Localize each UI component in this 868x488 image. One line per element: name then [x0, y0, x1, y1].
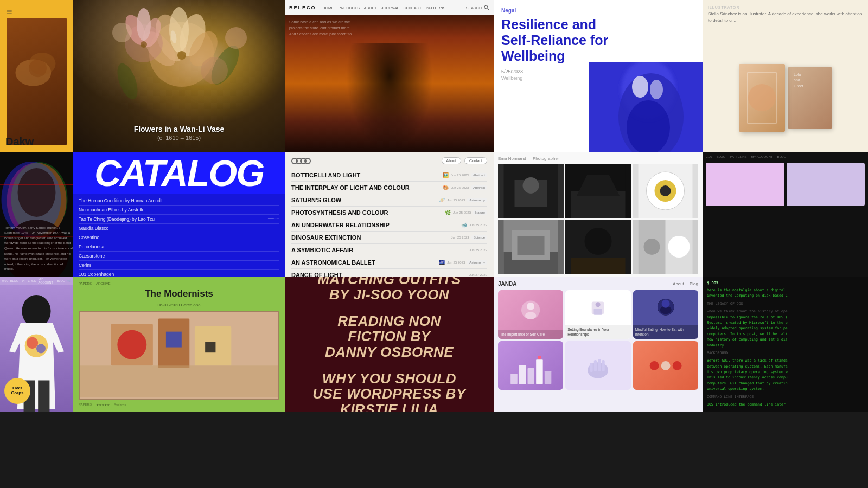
- svg-point-69: [117, 330, 146, 359]
- janda-header: JANDA About Blog: [498, 281, 698, 287]
- photo-cell: [565, 220, 631, 274]
- terminal-header: $ DOS: [707, 281, 864, 285]
- article-list-nav[interactable]: About Contact: [442, 157, 487, 164]
- photo-cell: [498, 220, 564, 274]
- janda-nav[interactable]: About Blog: [673, 281, 698, 286]
- svg-point-59: [22, 295, 50, 328]
- svg-rect-64: [38, 380, 49, 412]
- list-item[interactable]: AN UNDERWATER RELATIONSHIP 🐋 Jun 25 2023: [291, 219, 487, 232]
- partial-cell: 0.00BLOGPATTERNSMY ACCOUNTBLOG: [703, 152, 868, 277]
- svg-point-14: [113, 61, 142, 102]
- beleco-nav: HOMEPRODUCTSABOUTJOURNALCONTACTPATTERNS: [323, 6, 446, 10]
- list-item: Porcelanosa: [79, 242, 279, 252]
- beleco-body-text: Some have a cer, and as we are the proje…: [289, 19, 352, 37]
- svg-point-96: [672, 361, 681, 370]
- svg-point-94: [649, 361, 659, 370]
- beleco-navbar[interactable]: BELECO HOMEPRODUCTSABOUTJOURNALCONTACTPA…: [285, 0, 494, 15]
- illustrator-card-cell: ILLUSTRATOR Stella Sánchez is an illustr…: [703, 0, 868, 152]
- janda-blog[interactable]: Blog: [690, 281, 698, 286]
- svg-rect-92: [602, 360, 605, 371]
- svg-point-62: [36, 344, 46, 353]
- svg-rect-86: [537, 359, 544, 384]
- list-item: Cerim: [79, 261, 279, 270]
- svg-point-15: [225, 27, 247, 49]
- svg-rect-70: [166, 332, 182, 348]
- janda-about[interactable]: About: [673, 281, 684, 286]
- svg-point-95: [661, 361, 670, 370]
- overcorps-cell: 0.00BLOGPATTERNSMY ACCOUNTBLOG 🛒 OverCor…: [0, 277, 73, 412]
- card-mindful[interactable]: Mindful Eating: How to Eat with Intentio…: [633, 290, 698, 339]
- svg-rect-36: [0, 217, 73, 217]
- svg-rect-78: [594, 309, 602, 314]
- list-item: Caesarstone: [79, 252, 279, 261]
- glitch-caption: Tommy McCoy, Barry Santell-Burton, 6 Sep…: [4, 226, 73, 272]
- terminal-cell: $ DOS here is the nostalgia about a digi…: [703, 277, 868, 412]
- svg-point-58: [644, 239, 660, 255]
- list-item[interactable]: DANCE OF LIGHT Jun 27 2023: [291, 269, 487, 277]
- menu-icon[interactable]: ≡: [7, 7, 67, 18]
- beleco-logo: BELECO: [289, 5, 316, 10]
- svg-rect-72: [80, 365, 278, 397]
- museum-card-cell[interactable]: ≡ Dakw: [0, 0, 73, 152]
- illustrator-artwork: LolaandGreef: [703, 43, 868, 152]
- svg-point-77: [596, 302, 601, 307]
- card-title: The Importance of Self-Care: [498, 330, 563, 339]
- photo-cell: [498, 164, 564, 218]
- svg-rect-35: [0, 184, 73, 185]
- svg-rect-83: [511, 374, 518, 384]
- modernists-meta: 06-01-2023 Barcelona: [79, 303, 279, 307]
- modernists-cell: PAPERSARCHIVE The Modernists 06-01-2023 …: [73, 277, 285, 412]
- svg-point-12: [137, 8, 151, 41]
- card-dots[interactable]: [633, 341, 698, 390]
- article-list-items: BOTTICELLI AND LIGHT 🖼️ Jun 25 2023 Abst…: [291, 169, 487, 277]
- card-title: Mindful Eating: How to Eat with Intentio…: [633, 325, 698, 339]
- card-title: Setting Boundaries in Your Relationships: [565, 325, 630, 339]
- svg-point-16: [112, 23, 132, 42]
- list-item[interactable]: SATURN'S GLOW 🪐 Jun 25 2023 Astronomy: [291, 194, 487, 207]
- modernists-painting: [79, 311, 279, 400]
- svg-rect-51: [518, 236, 545, 255]
- svg-point-2: [29, 59, 47, 77]
- audi-logo: [291, 158, 311, 164]
- modernists-footer: PAPERS★★★★★Reviews: [79, 403, 279, 407]
- svg-point-88: [538, 356, 541, 359]
- card-self-care[interactable]: The Importance of Self-Care: [498, 290, 563, 339]
- beleco-search[interactable]: SEARCH: [466, 5, 489, 10]
- article-title-2: READING NONFICTION BYDANNY OSBORNE: [325, 313, 454, 360]
- photo-cell: [633, 220, 698, 274]
- article-title-3: WHY YOU SHOULDUSE WORDPRESS BYKIRSTIE LI…: [312, 371, 466, 412]
- list-item[interactable]: THE INTERPLAY OF LIGHT AND COLOUR 🎨 Jun …: [291, 182, 487, 194]
- list-item: Gaudia Blasco: [79, 224, 279, 233]
- terminal-content: here is the nostalgia about a digital in…: [707, 287, 864, 407]
- list-item[interactable]: A SYMBIOTIC AFFAIR Jun 25 2023: [291, 244, 487, 256]
- svg-rect-90: [594, 360, 597, 371]
- card-chart[interactable]: [498, 341, 563, 390]
- article-list-cell: About Contact BOTTICELLI AND LIGHT 🖼️ Ju…: [285, 152, 494, 277]
- museum-title: Dakw: [5, 136, 34, 147]
- about-btn[interactable]: About: [442, 157, 461, 164]
- card-hand[interactable]: [565, 341, 630, 390]
- svg-point-75: [525, 312, 537, 319]
- svg-point-27: [650, 80, 663, 99]
- svg-rect-91: [598, 358, 601, 371]
- svg-point-8: [169, 7, 189, 53]
- svg-rect-53: [571, 258, 626, 274]
- svg-rect-87: [545, 371, 552, 384]
- svg-point-54: [585, 228, 612, 255]
- catalog-title-area: CATALOG: [73, 152, 285, 194]
- wellbeing-cards-grid: The Importance of Self-Care Setting Boun…: [498, 290, 698, 390]
- article-title: Resilience and Self-Reliance for Wellbei…: [501, 17, 610, 63]
- list-item[interactable]: DINOSAUR EXTINCTION Jun 25 2023 Science: [291, 232, 487, 244]
- contact-btn[interactable]: Contact: [464, 157, 487, 164]
- card-boundaries[interactable]: Setting Boundaries in Your Relationships: [565, 290, 630, 339]
- list-item: 101 Copenhagen: [79, 270, 279, 277]
- svg-point-33: [18, 168, 56, 217]
- article-title-1: MATCHING OUTFITSBY JI-SOO YOON: [317, 277, 461, 303]
- article-blue-image: [589, 62, 703, 152]
- list-item[interactable]: AN ASTRONOMICAL BALLET 🌌 Jun 25 2023 Ast…: [291, 256, 487, 269]
- svg-point-61: [27, 337, 38, 349]
- article-card-cell[interactable]: Negai Resilience and Self-Reliance for W…: [494, 0, 703, 152]
- photographer-label: Ema Normand — Photographer: [498, 156, 698, 161]
- list-item[interactable]: PHOTOSYNTHESIS AND COLOUR 🌿 Jun 25 2023 …: [291, 207, 487, 219]
- list-item[interactable]: BOTTICELLI AND LIGHT 🖼️ Jun 25 2023 Abst…: [291, 169, 487, 182]
